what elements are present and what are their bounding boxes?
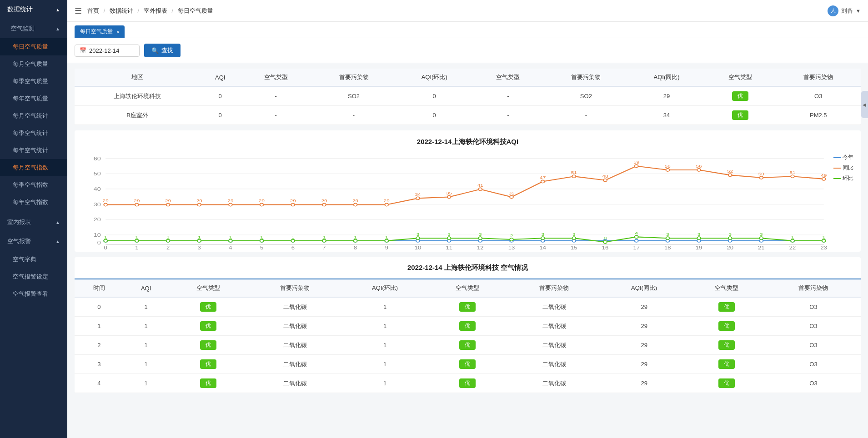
svg-point-149 [697,237,701,239]
svg-point-101 [697,169,701,171]
cell-aqi-tb: 34 [628,106,705,125]
detail-cell-type2: 优 [427,317,507,336]
cell-type3: 优 [705,86,776,106]
detail-table-row: 1 1 优 二氧化碳 1 优 二氧化碳 29 优 O3 [75,317,861,336]
tab-close-icon[interactable]: × [116,29,119,35]
cell-aqi-hb: 0 [396,86,472,106]
svg-text:4: 4 [229,245,232,250]
svg-point-73 [260,203,264,206]
tab-daily-air[interactable]: 每日空气质量 × [75,25,125,38]
sidebar-sub-item-quarterly-index[interactable]: 每季空气指数 [0,176,67,194]
svg-text:20: 20 [727,245,733,250]
breadcrumb-daily-air: 每日空气质量 [178,7,213,14]
sidebar-sub-item-monthly-air[interactable]: 每月空气质量 [0,55,67,73]
svg-point-133 [447,237,451,239]
svg-text:1: 1 [291,234,295,239]
user-area: 人 刘备 ▼ [828,5,861,16]
svg-text:1: 1 [822,234,825,239]
col-pollutant1: 首要污染物 [311,69,396,86]
detail-cell-aqi-hb: 1 [342,355,428,374]
sidebar-sub-item-monthly-index[interactable]: 每月空气指数 [0,159,67,176]
sidebar-air-monitor-label: 空气监测 [11,25,35,33]
detail-cell-pollutant2: 二氧化碳 [507,355,602,374]
breadcrumb-home[interactable]: 首页 [87,7,99,14]
svg-text:3: 3 [666,232,669,237]
chart-title: 2022-12-14上海轶伦环境科技AQI [82,138,853,146]
sidebar-sub-item-quarterly-air[interactable]: 每季空气质量 [0,73,67,90]
right-edge-handle[interactable]: ◀ [861,91,868,118]
detail-cell-type2: 优 [427,374,507,393]
detail-cell-aqi: 1 [124,355,169,374]
detail-table: 时间 AQI 空气类型 首要污染物 AQI(环比) 空气类型 首要污染物 AQI… [75,279,861,393]
sidebar-sub-item-yearly-stats[interactable]: 每年空气统计 [0,142,67,159]
svg-point-83 [416,197,420,199]
sidebar-item-air-alarm[interactable]: 空气报警 ▲ [0,232,67,251]
svg-point-151 [728,237,732,239]
cell-aqi: 0 [200,106,240,125]
cell-area: B座室外 [75,106,200,125]
breadcrumb-data-stats[interactable]: 数据统计 [110,7,133,14]
svg-text:48: 48 [602,174,608,179]
svg-point-95 [603,179,607,182]
sidebar-sub-item-alarm-settings[interactable]: 空气报警设定 [0,268,67,285]
detail-col-type2: 空气类型 [427,279,507,297]
legend-today: 今年 [833,154,853,161]
svg-point-145 [635,235,638,238]
detail-cell-type1: 优 [168,317,248,336]
sidebar-sub-item-daily-air[interactable]: 每日空气质量 [0,38,67,55]
breadcrumb-outdoor-report[interactable]: 室外报表 [144,7,167,14]
svg-point-139 [541,237,545,239]
sidebar-sub-item-yearly-index[interactable]: 每年空气指数 [0,194,67,211]
svg-point-103 [728,174,732,176]
svg-point-125 [322,239,326,242]
svg-point-135 [478,237,482,239]
svg-text:16: 16 [602,245,609,250]
svg-text:3: 3 [198,245,201,250]
cell-pollutant3: PM2.5 [776,106,861,125]
detail-cell-type3: 优 [687,355,766,374]
detail-cell-type1: 优 [168,374,248,393]
svg-point-141 [572,237,576,239]
sidebar-item-air-monitor[interactable]: 空气监测 ▲ [0,19,67,38]
svg-text:20: 20 [94,217,101,223]
sidebar-sub-item-yearly-air[interactable]: 每年空气质量 [0,90,67,107]
svg-text:40: 40 [94,186,101,192]
legend-tb: 同比 [833,164,853,172]
user-name[interactable]: 刘备 [841,7,853,15]
svg-point-69 [197,203,201,206]
search-button[interactable]: 🔍 查拢 [144,44,181,57]
detail-cell-pollutant3: O3 [766,355,861,374]
user-dropdown-icon[interactable]: ▼ [856,8,861,14]
svg-text:0: 0 [104,245,108,250]
svg-point-91 [541,180,545,183]
sidebar-item-indoor-report[interactable]: 室内报表 ▲ [0,213,67,232]
detail-cell-aqi-tb: 29 [602,297,687,317]
svg-text:10: 10 [94,232,101,238]
sidebar-sub-item-air-dict[interactable]: 空气字典 [0,251,67,268]
svg-point-131 [416,237,420,239]
sidebar-sub-item-monthly-stats[interactable]: 每月空气统计 [0,107,67,124]
search-bar: 📅 🔍 查拢 [67,38,868,63]
sidebar-alarm-label: 空气报警 [7,237,31,245]
svg-text:3: 3 [416,232,420,237]
date-input[interactable] [89,47,135,54]
detail-col-aqi-tb: AQI(同比) [602,279,687,297]
detail-table-section: 时间 AQI 空气类型 首要污染物 AQI(环比) 空气类型 首要污染物 AQI… [75,279,861,393]
svg-text:0: 0 [97,239,101,245]
detail-cell-time: 4 [75,374,124,393]
detail-cell-type2: 优 [427,355,507,374]
svg-text:29: 29 [259,198,265,203]
svg-text:1: 1 [104,234,107,239]
menu-icon[interactable]: ☰ [75,6,82,16]
detail-cell-type3: 优 [687,297,766,317]
svg-text:51: 51 [790,170,796,175]
breadcrumb-sep3: / [171,7,173,14]
svg-text:3: 3 [447,232,451,237]
svg-text:60: 60 [94,155,101,161]
svg-text:59: 59 [633,159,639,164]
svg-text:41: 41 [477,183,483,188]
sidebar-sub-item-alarm-view[interactable]: 空气报警查看 [0,285,67,303]
sidebar-section-data-stats[interactable]: 数据统计 ▲ [0,0,67,19]
detail-cell-pollutant1: 二氧化碳 [248,297,342,317]
sidebar-sub-item-quarterly-stats[interactable]: 每季空气统计 [0,124,67,142]
